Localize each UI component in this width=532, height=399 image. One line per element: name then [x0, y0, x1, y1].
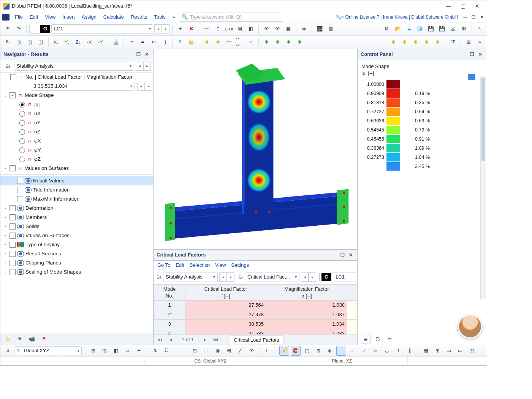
- cell-f[interactable]: 30.535: [185, 320, 266, 329]
- close-panel-icon[interactable]: ✕: [143, 51, 150, 58]
- solid-icon[interactable]: ▰: [138, 37, 147, 47]
- ortho-icon[interactable]: ∟: [263, 346, 273, 356]
- tool-animate-icon[interactable]: ⏯: [299, 24, 309, 34]
- radio[interactable]: [19, 138, 25, 144]
- st-btn-3[interactable]: ◧: [111, 346, 121, 356]
- snap-guide-icon[interactable]: ╱: [235, 346, 245, 356]
- tool-reactions-icon[interactable]: ↥: [213, 24, 223, 34]
- tool-toggle-results-icon[interactable]: ✦: [175, 24, 185, 34]
- tree-item-label[interactable]: Solids: [25, 223, 40, 230]
- star-g2-icon[interactable]: ✸: [272, 37, 282, 47]
- undo-icon[interactable]: ↶: [3, 24, 13, 34]
- menu-file[interactable]: File: [12, 13, 26, 21]
- radio[interactable]: [19, 147, 25, 153]
- tree-item-label[interactable]: Deformation: [25, 205, 54, 212]
- loadcase-stepper[interactable]: ◂▸: [154, 24, 169, 33]
- tab-views-icon[interactable]: 🗂: [3, 334, 13, 344]
- checkbox[interactable]: [10, 233, 16, 239]
- col-mode-no[interactable]: ModeNo.: [154, 285, 185, 301]
- snap-sq-icon[interactable]: ▢: [302, 346, 312, 356]
- snap-grid-icon[interactable]: ⊡: [190, 346, 200, 356]
- view-y-icon[interactable]: ◫: [36, 37, 46, 47]
- mode-item-label[interactable]: φZ: [34, 156, 41, 163]
- load-star-2-icon[interactable]: ✺: [213, 37, 223, 47]
- circle-snap-icon[interactable]: ○: [370, 346, 380, 356]
- caret-icon[interactable]: ⌄: [3, 93, 8, 98]
- scale-10-icon[interactable]: 10: [149, 37, 158, 47]
- bmenu-settings[interactable]: Settings: [231, 262, 249, 269]
- caret-icon[interactable]: ›: [3, 224, 8, 229]
- mesh-dots-icon[interactable]: ⠿: [175, 37, 185, 47]
- cell-mode-no[interactable]: 2: [154, 310, 185, 320]
- tab-flag-icon[interactable]: ⚑: [39, 334, 49, 344]
- float-icon[interactable]: ❐: [135, 51, 142, 58]
- caret-icon[interactable]: ›: [3, 269, 8, 275]
- analysis-stepper[interactable]: ◂▸: [136, 62, 151, 71]
- right-star-2-icon[interactable]: ✺: [399, 37, 409, 47]
- swatch-1[interactable]: [29, 24, 39, 34]
- tool-diagram-icon[interactable]: ▤: [235, 24, 245, 34]
- st-btn-2[interactable]: ◫: [100, 346, 109, 356]
- axis-z-icon[interactable]: Z↓: [73, 37, 83, 47]
- st-btn-4[interactable]: ⌗: [122, 346, 132, 356]
- cell-mode-no[interactable]: 4: [154, 329, 185, 334]
- axis-y-icon[interactable]: Y↓: [62, 37, 72, 47]
- right-star-4-icon[interactable]: ✺: [421, 37, 431, 47]
- block-icon[interactable]: 🧊: [415, 24, 425, 34]
- snap-dots-icon[interactable]: ∷: [201, 346, 211, 356]
- tool-bridge-icon[interactable]: 🌉: [315, 24, 325, 34]
- table-body[interactable]: ModeNo. Critical Load Factorf [--] Magni…: [154, 284, 357, 334]
- tool-values-icon[interactable]: x.xx: [224, 24, 234, 34]
- cell-a[interactable]: 1.037: [266, 310, 347, 320]
- legend-tab-icon[interactable]: ≣: [361, 334, 370, 344]
- bmenu-goto[interactable]: Go To: [157, 262, 170, 269]
- table-section-combo[interactable]: Critical Load Fact...▾: [245, 272, 299, 282]
- filter-icon[interactable]: ⧩: [448, 37, 458, 47]
- star-g4-icon[interactable]: ✸: [294, 37, 304, 47]
- checkbox[interactable]: [17, 196, 23, 202]
- st-dots-icon[interactable]: ⠿: [162, 346, 171, 356]
- float-icon[interactable]: ❐: [339, 252, 346, 258]
- load-wave-icon[interactable]: 〰: [224, 37, 234, 47]
- float-icon[interactable]: ❐: [469, 51, 475, 58]
- menu-calculate[interactable]: Calculate: [100, 13, 127, 21]
- checkbox[interactable]: [10, 205, 16, 211]
- mode-item-label[interactable]: φX: [34, 138, 41, 144]
- magnet-icon[interactable]: 🧲: [291, 346, 301, 356]
- right-star-1-icon[interactable]: ✺: [388, 37, 398, 47]
- st-arrows-icon[interactable]: ↯: [150, 346, 160, 356]
- shrink-icon[interactable]: ▯: [160, 37, 169, 47]
- cloud-icon[interactable]: ☁: [404, 24, 414, 34]
- grid-c-icon[interactable]: ▭: [444, 346, 454, 356]
- scale-tab-icon[interactable]: ⚖: [373, 334, 383, 344]
- navigator-tree[interactable]: ⊓ No. | Critical Load Factor | Magnifica…: [0, 73, 153, 333]
- mode-stepper[interactable]: ◂▸: [137, 82, 152, 91]
- tree-item-label[interactable]: Clipping Planes: [25, 260, 61, 266]
- open-file-icon[interactable]: 📂: [393, 24, 403, 34]
- bmenu-edit[interactable]: Edit: [176, 262, 184, 269]
- tree-item-label[interactable]: Result Sections: [25, 250, 61, 257]
- tree-item-label[interactable]: Max/Min Information: [33, 196, 79, 203]
- right-star-5-icon[interactable]: ✺: [432, 37, 442, 47]
- tab-video-icon[interactable]: 📹: [27, 334, 37, 344]
- table-section-icon[interactable]: 🗂: [238, 272, 243, 282]
- radio[interactable]: [19, 157, 25, 162]
- redo-icon[interactable]: ↷: [14, 24, 24, 34]
- tool-colored-icon[interactable]: ◧: [246, 24, 256, 34]
- report-icon[interactable]: 🖹: [459, 24, 469, 34]
- grid-b-icon[interactable]: ⊞: [432, 346, 442, 356]
- tool-ladder-icon[interactable]: ▥: [326, 24, 336, 34]
- caret-icon[interactable]: ›: [3, 215, 8, 220]
- overflow-icon[interactable]: »: [475, 37, 484, 47]
- tree-item-label[interactable]: Result Values: [33, 177, 64, 184]
- 3d-viewport[interactable]: [154, 49, 357, 249]
- st-btn-1[interactable]: ⊞: [88, 346, 98, 356]
- checkbox[interactable]: [17, 187, 23, 193]
- maximize-button[interactable]: ▢: [456, 2, 470, 11]
- workplane-combo[interactable]: 1 - Global XYZ: [14, 346, 82, 355]
- radio[interactable]: [19, 102, 25, 108]
- refresh-icon[interactable]: ↻: [3, 37, 13, 47]
- save-as-icon[interactable]: 💾: [437, 24, 447, 34]
- snap-line-icon[interactable]: ▤: [224, 346, 234, 356]
- clip-tab-icon[interactable]: ✂: [385, 334, 395, 344]
